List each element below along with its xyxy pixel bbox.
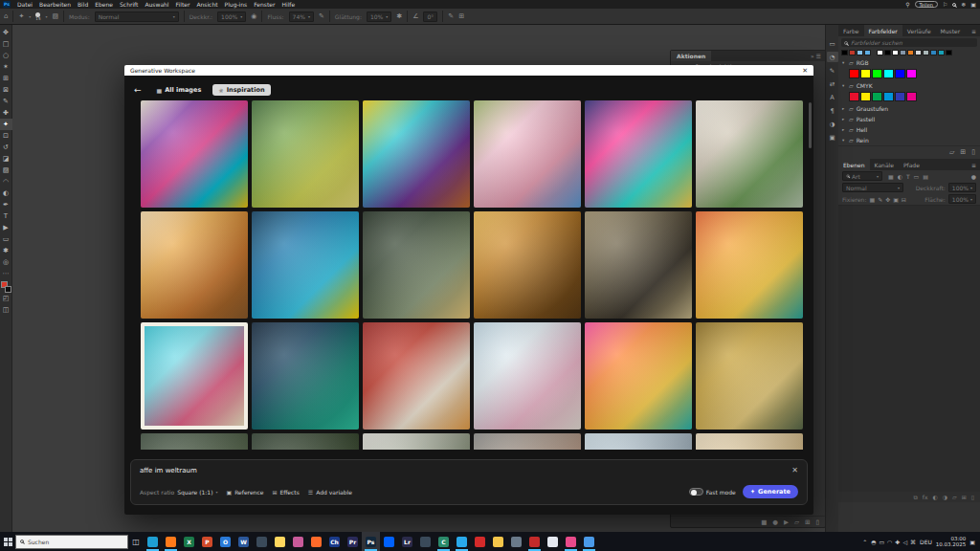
caret-down-icon[interactable]: ▾: [842, 60, 846, 65]
notifications-bell-icon[interactable]: ⚐: [943, 2, 947, 8]
taskbar-app-word[interactable]: W: [234, 532, 253, 551]
layer-effects-icon[interactable]: fx: [923, 494, 928, 500]
aspect-ratio-select[interactable]: Aspect ratio Square (1:1) ▾: [140, 489, 218, 496]
swatch-folder-cmyk[interactable]: ▾▱CMYK: [838, 80, 980, 91]
swatch[interactable]: [857, 50, 863, 55]
layer-fill-input[interactable]: 100%▾: [948, 194, 976, 204]
taskbar-app-ch-app[interactable]: Ch: [325, 532, 344, 551]
swatch-search-input[interactable]: Farbfelder suchen: [841, 38, 977, 47]
panel-menu-icon[interactable]: ≡: [971, 159, 980, 170]
character-panel-icon[interactable]: A: [827, 92, 838, 102]
generated-image-milkshake-cherry[interactable]: [363, 322, 470, 430]
menu-filter[interactable]: Filter: [176, 1, 190, 8]
delete-swatch-icon[interactable]: ▯: [971, 148, 975, 156]
taskbar-app-premiere[interactable]: Pr: [344, 532, 362, 551]
volume-icon[interactable]: ◁: [902, 539, 907, 545]
opacity-input[interactable]: 100%▾: [217, 11, 246, 22]
help-snowflake-icon[interactable]: ❄: [961, 2, 966, 8]
toggle-track[interactable]: [689, 488, 703, 496]
home-icon[interactable]: ⌂: [4, 12, 8, 20]
swatch[interactable]: [946, 50, 952, 55]
dodge-tool[interactable]: ◐: [0, 187, 12, 199]
taskbar-app-laptop-app[interactable]: [507, 532, 525, 551]
brush-settings-panel-icon[interactable]: ✎: [827, 65, 838, 76]
generated-image-pop-art-cat[interactable]: [141, 100, 248, 208]
history-brush-tool[interactable]: ↺: [0, 142, 12, 153]
layer-blend-select[interactable]: Normal▾: [842, 183, 903, 192]
new-set-icon[interactable]: ▱: [794, 518, 799, 526]
generated-image-partial-row-tile-5[interactable]: [585, 433, 692, 450]
generated-image-underwater-night-castle[interactable]: [252, 322, 359, 430]
lock-artboard-icon[interactable]: ▣: [893, 196, 899, 203]
back-arrow-icon[interactable]: ←: [134, 85, 142, 95]
taskbar-app-file-explorer[interactable]: [271, 532, 289, 551]
smoothing-input[interactable]: 10%▾: [367, 11, 391, 22]
settings-icon[interactable]: ⌘: [910, 539, 916, 545]
swatch[interactable]: [883, 69, 894, 78]
hand-tool[interactable]: ✱: [0, 245, 12, 256]
lock-all-icon[interactable]: ⊟: [902, 196, 906, 203]
filter-toggle-icon[interactable]: ●: [971, 173, 976, 180]
swatch-folder-pastell[interactable]: ▸▱Pastell: [838, 114, 980, 124]
adjustments-panel-icon[interactable]: ◑: [827, 119, 838, 129]
swatch[interactable]: [883, 92, 894, 101]
swatch[interactable]: [923, 50, 929, 55]
eraser-tool[interactable]: ◪: [0, 153, 12, 165]
taskbar-app-outlook[interactable]: O: [216, 532, 234, 551]
teams-icon[interactable]: ◓: [871, 539, 876, 545]
blur-tool[interactable]: ◠: [0, 176, 12, 187]
layer-mask-icon[interactable]: ◐: [933, 494, 938, 500]
tab-pfade[interactable]: Pfade: [899, 159, 924, 170]
swatch[interactable]: [895, 69, 905, 78]
generated-image-pop-art-afro-woman[interactable]: [363, 100, 470, 208]
generated-image-battleship-stormy-sea[interactable]: [585, 211, 692, 319]
swatch-folder-rgb[interactable]: ▾▱RGB: [838, 57, 980, 68]
delete-icon[interactable]: ▯: [815, 518, 819, 526]
panel-menu-icon[interactable]: ≡: [971, 25, 980, 36]
eyedropper-tool[interactable]: ✎: [0, 96, 12, 107]
crop-tool[interactable]: ⊞: [0, 73, 12, 84]
lasso-tool[interactable]: ○: [0, 50, 12, 61]
battery-icon[interactable]: ▭: [879, 539, 884, 545]
taskbar-app-red-circle-app[interactable]: [471, 532, 489, 551]
swatch[interactable]: [872, 92, 882, 101]
tab-farbfelder[interactable]: Farbfelder: [864, 25, 902, 36]
generated-image-lemon-water-splash[interactable]: [252, 211, 359, 319]
menu-bearbeiten[interactable]: Bearbeiten: [39, 1, 71, 8]
new-group-icon[interactable]: ▱: [949, 148, 954, 156]
stop-icon[interactable]: ■: [761, 518, 767, 526]
taskbar-app-cloud-app[interactable]: [489, 532, 507, 551]
pressure-opacity-icon[interactable]: ◉: [251, 12, 256, 20]
tab-ebenen[interactable]: Ebenen: [838, 159, 870, 170]
tab-verläufe[interactable]: Verläufe: [902, 25, 936, 36]
smoothing-gear-icon[interactable]: ✱: [396, 12, 402, 20]
filter-type-layers-icon[interactable]: T: [906, 173, 910, 180]
move-tool[interactable]: ✥: [0, 27, 12, 38]
blend-mode-select[interactable]: Normal▾: [95, 11, 179, 22]
taskbar-app-edge[interactable]: [144, 532, 162, 551]
play-icon[interactable]: ▶: [784, 518, 789, 526]
share-button[interactable]: Teilen: [915, 1, 938, 8]
type-tool[interactable]: T: [0, 210, 12, 222]
task-view-icon[interactable]: ◫: [128, 538, 144, 546]
new-swatch-icon[interactable]: ⊞: [960, 148, 966, 156]
menu-ebene[interactable]: Ebene: [95, 1, 113, 8]
taskbar-app-sql-tool[interactable]: [253, 532, 271, 551]
swatch[interactable]: [849, 50, 856, 55]
gradient-tool[interactable]: ▨: [0, 165, 12, 176]
swatch[interactable]: [938, 50, 945, 55]
generated-image-plant-gallery-interior[interactable]: [696, 100, 803, 208]
beta-feature-icon[interactable]: ⚲: [905, 2, 909, 8]
object-selection-tool[interactable]: ✶: [0, 61, 12, 73]
generated-image-partial-row-tile-1[interactable]: [141, 433, 248, 450]
taskbar-app-red-square-app[interactable]: [525, 532, 544, 551]
layer-filter-select[interactable]: Art ▾: [842, 171, 882, 181]
workspace-switcher-icon[interactable]: ▣: [970, 2, 976, 8]
caret-right-icon[interactable]: ▸: [842, 117, 846, 121]
frame-tool[interactable]: ⊠: [0, 84, 12, 96]
new-action-icon[interactable]: ⊞: [805, 518, 810, 526]
filter-shape-layers-icon[interactable]: ▭: [914, 173, 920, 180]
generated-image-partial-row-tile-2[interactable]: [252, 433, 359, 450]
record-icon[interactable]: ●: [772, 518, 778, 526]
clone-source-panel-icon[interactable]: ⇄: [827, 78, 838, 89]
